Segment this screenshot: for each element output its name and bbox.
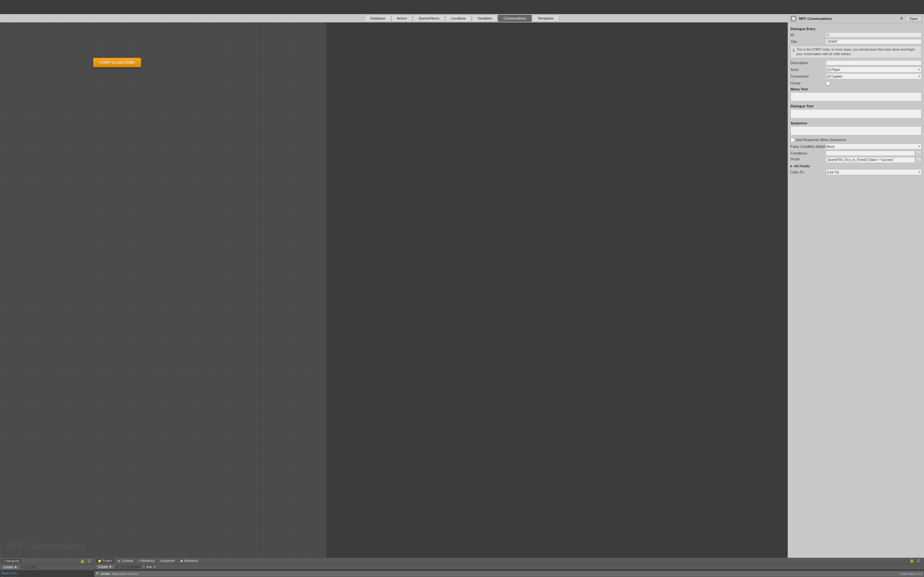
tab-database[interactable]: Database	[365, 15, 391, 22]
tab-quests[interactable]: Quests/Items	[413, 15, 445, 22]
tab-locations[interactable]: Locations	[445, 15, 462, 22]
unity-top-bar	[0, 0, 462, 14]
panel-divider	[326, 23, 326, 288]
conversation-canvas[interactable]: START (script) [END] NPC Conversations	[0, 23, 326, 288]
tab-actors[interactable]: Actors	[391, 15, 412, 22]
toolbar: Database Actors Quests/Items Locations V…	[0, 14, 462, 23]
start-node[interactable]: START (script) [END]	[93, 58, 141, 67]
